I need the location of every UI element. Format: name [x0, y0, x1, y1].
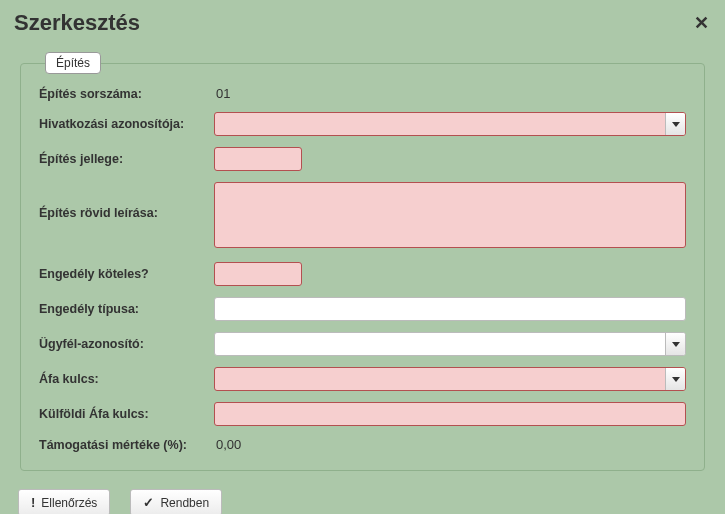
- client-id-select[interactable]: [214, 332, 686, 356]
- vat-select[interactable]: [214, 367, 686, 391]
- chevron-down-icon: [672, 342, 680, 347]
- exclamation-icon: !: [31, 495, 35, 510]
- ref-dropdown-button[interactable]: [665, 113, 685, 135]
- type-input[interactable]: [215, 148, 302, 170]
- foreign-vat-input[interactable]: [214, 402, 686, 426]
- label-client-id: Ügyfél-azonosító:: [39, 337, 214, 351]
- value-support: 0,00: [214, 437, 686, 452]
- label-desc: Építés rövid leírása:: [39, 182, 214, 220]
- dialog-footer: ! Ellenőrzés ✓ Rendben: [0, 483, 725, 514]
- client-id-dropdown-button[interactable]: [665, 333, 685, 355]
- vat-dropdown-button[interactable]: [665, 368, 685, 390]
- ok-button[interactable]: ✓ Rendben: [130, 489, 222, 514]
- label-support: Támogatási mértéke (%):: [39, 438, 214, 452]
- ok-button-label: Rendben: [160, 496, 209, 510]
- check-icon: ✓: [143, 495, 154, 510]
- check-button-label: Ellenőrzés: [41, 496, 97, 510]
- label-type: Építés jellege:: [39, 152, 214, 166]
- check-button[interactable]: ! Ellenőrzés: [18, 489, 110, 514]
- label-vat: Áfa kulcs:: [39, 372, 214, 386]
- ref-input[interactable]: [215, 113, 665, 135]
- permit-type-input[interactable]: [214, 297, 686, 321]
- label-foreign-vat: Külföldi Áfa kulcs:: [39, 407, 214, 421]
- desc-textarea[interactable]: [214, 182, 686, 248]
- permit-select[interactable]: [214, 262, 302, 286]
- dialog-title: Szerkesztés: [14, 10, 140, 36]
- permit-input[interactable]: [215, 263, 302, 285]
- client-id-input[interactable]: [215, 333, 665, 355]
- label-seq: Építés sorszáma:: [39, 87, 214, 101]
- label-ref: Hivatkozási azonosítója:: [39, 117, 214, 131]
- value-seq: 01: [214, 86, 686, 101]
- ref-select[interactable]: [214, 112, 686, 136]
- dialog-header: Szerkesztés ✕: [0, 0, 725, 44]
- label-permit-type: Engedély típusa:: [39, 302, 214, 316]
- close-icon[interactable]: ✕: [692, 12, 711, 34]
- chevron-down-icon: [672, 122, 680, 127]
- chevron-down-icon: [672, 377, 680, 382]
- label-permit: Engedély köteles?: [39, 267, 214, 281]
- epites-fieldset: Építés Építés sorszáma: 01 Hivatkozási a…: [20, 52, 705, 471]
- vat-input[interactable]: [215, 368, 665, 390]
- fieldset-legend: Építés: [45, 52, 101, 74]
- type-select[interactable]: [214, 147, 302, 171]
